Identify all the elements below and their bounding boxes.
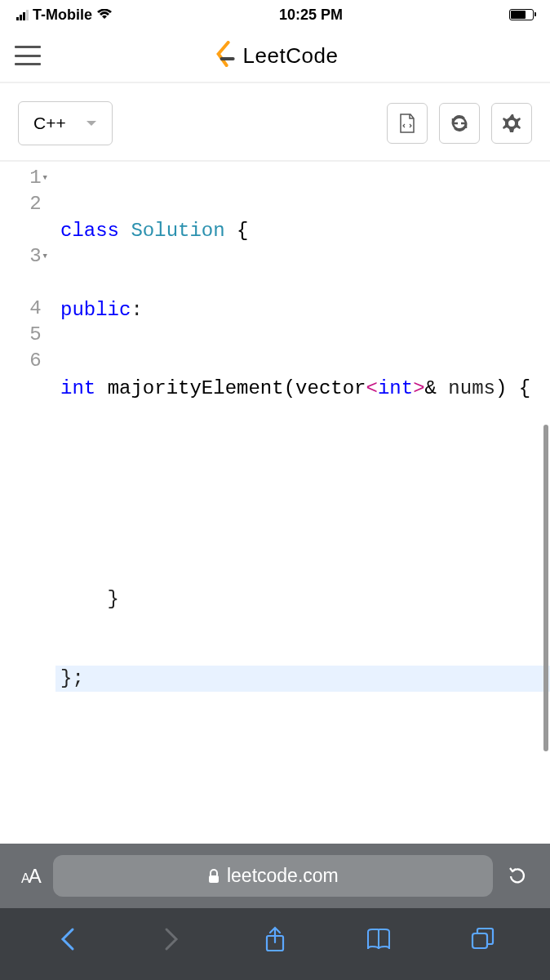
- svg-rect-0: [209, 875, 219, 883]
- reset-button[interactable]: [439, 103, 480, 144]
- status-time: 10:25 PM: [279, 7, 343, 24]
- text-size-button[interactable]: AAAA: [21, 865, 40, 888]
- signal-bars-icon: [16, 9, 29, 20]
- lock-icon: [207, 869, 220, 884]
- language-label: C++: [33, 114, 66, 133]
- line-number: 1▼: [0, 165, 55, 191]
- code-editor[interactable]: 1▼ 2▼ 3▼ 4▼ 5▼ 6▼ class Solution { publi…: [0, 162, 550, 766]
- refresh-icon: [450, 114, 469, 133]
- status-right: [509, 9, 534, 20]
- tabs-button[interactable]: [466, 923, 499, 956]
- browser-nav-row: [0, 908, 550, 980]
- book-icon: [366, 928, 392, 951]
- tabs-icon: [470, 927, 495, 951]
- editor-toolbar: C++: [0, 83, 550, 162]
- leetcode-logo-icon: [212, 41, 238, 70]
- language-dropdown[interactable]: C++: [18, 101, 113, 145]
- scroll-indicator[interactable]: [543, 425, 548, 751]
- wifi-icon: [96, 9, 113, 20]
- code-line[interactable]: int majorityElement(vector<int>& nums) {: [55, 376, 550, 454]
- url-text: leetcode.com: [227, 865, 339, 887]
- chevron-down-icon: [86, 120, 97, 127]
- toolbar-actions: [387, 103, 532, 144]
- share-icon: [264, 926, 286, 952]
- leetcode-logo[interactable]: LeetCode: [212, 41, 339, 70]
- address-bar[interactable]: leetcode.com: [53, 855, 493, 897]
- address-bar-row: AAAA leetcode.com: [0, 844, 550, 908]
- notes-button[interactable]: [387, 103, 428, 144]
- code-content[interactable]: class Solution { public: int majorityEle…: [55, 165, 550, 766]
- leetcode-logo-text: LeetCode: [243, 43, 339, 69]
- status-left: T-Mobile: [16, 7, 113, 24]
- svg-rect-2: [472, 933, 487, 948]
- file-code-icon: [398, 114, 416, 133]
- settings-button[interactable]: [491, 103, 532, 144]
- code-line[interactable]: [55, 507, 550, 533]
- code-line[interactable]: };: [55, 666, 550, 692]
- code-line[interactable]: }: [55, 586, 550, 612]
- battery-icon: [509, 9, 534, 20]
- app-header: LeetCode: [0, 29, 550, 83]
- hamburger-menu-icon[interactable]: [15, 46, 41, 65]
- fold-arrow-icon[interactable]: ▼: [43, 173, 47, 183]
- carrier-label: T-Mobile: [33, 7, 92, 24]
- browser-chrome: AAAA leetcode.com: [0, 844, 550, 980]
- line-number: 6▼: [0, 348, 55, 374]
- fold-arrow-icon[interactable]: ▼: [43, 252, 47, 261]
- chevron-right-icon: [164, 927, 179, 951]
- line-number: 3▼: [0, 217, 55, 296]
- line-number: 4▼: [0, 296, 55, 322]
- share-button[interactable]: [259, 923, 291, 956]
- bookmarks-button[interactable]: [362, 923, 395, 956]
- back-button[interactable]: [51, 923, 84, 956]
- code-line[interactable]: public:: [55, 297, 550, 323]
- status-bar: T-Mobile 10:25 PM: [0, 0, 550, 29]
- code-line[interactable]: class Solution {: [55, 218, 550, 244]
- line-number: 5▼: [0, 322, 55, 348]
- line-number: 2▼: [0, 191, 55, 217]
- reload-icon[interactable]: [506, 865, 529, 888]
- forward-button[interactable]: [155, 923, 188, 956]
- gear-icon: [502, 114, 521, 133]
- chevron-left-icon: [60, 927, 75, 951]
- line-number-gutter: 1▼ 2▼ 3▼ 4▼ 5▼ 6▼: [0, 165, 55, 766]
